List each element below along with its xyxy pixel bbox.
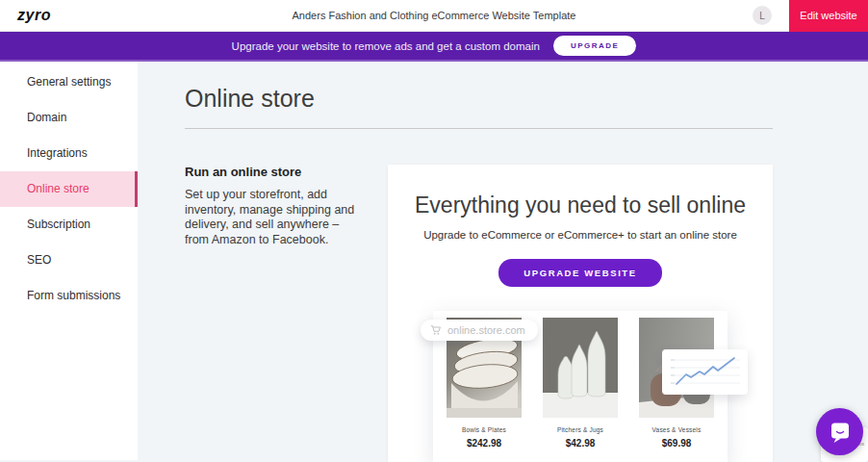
product-pitchers: Pitchers & Jugs $42.98 (535, 318, 625, 449)
account-avatar[interactable]: L (753, 6, 772, 25)
site-title: Anders Fashion and Clothing eCommerce We… (0, 10, 868, 21)
product-price: $69.98 (631, 438, 722, 449)
product-name: Bowls & Plates (439, 426, 529, 433)
sidebar-item-integrations[interactable]: Integrations (0, 136, 138, 171)
product-price: $242.98 (439, 438, 529, 449)
product-name: Vases & Vessels (631, 426, 722, 433)
intro-description: Set up your storefront, add inventory, m… (185, 188, 363, 247)
zyro-logo[interactable]: zyro (17, 7, 51, 24)
product-price: $42.98 (535, 438, 625, 449)
upgrade-banner-text: Upgrade your website to remove ads and g… (232, 40, 540, 52)
page-title: Online store (185, 85, 868, 113)
title-divider (185, 128, 773, 129)
upsell-heading: Everything you need to sell online (388, 192, 773, 218)
sidebar-item-seo[interactable]: SEO (0, 243, 138, 278)
upgrade-banner-button[interactable]: UPGRADE (553, 36, 637, 56)
cart-icon (430, 324, 442, 336)
sales-chart-card (662, 349, 748, 395)
topbar: zyro Anders Fashion and Clothing eCommer… (0, 0, 868, 32)
edit-website-button[interactable]: Edit website (789, 0, 868, 32)
product-name: Pitchers & Jugs (535, 426, 625, 433)
store-url-pill: online.store.com (421, 320, 538, 341)
intro-text-block: Run an online store Set up your storefro… (185, 165, 363, 462)
topbar-right: L Edit website (753, 0, 868, 31)
chat-button[interactable] (816, 408, 863, 455)
intro-heading: Run an online store (185, 165, 363, 179)
sidebar-item-online-store[interactable]: Online store (0, 171, 138, 207)
chat-bubble-icon (828, 420, 853, 445)
sidebar-item-form-submissions[interactable]: Form submissions (0, 278, 138, 314)
upsell-subheading: Upgrade to eCommerce or eCommerce+ to st… (388, 229, 773, 241)
store-url-text: online.store.com (447, 324, 525, 336)
sidebar-item-domain[interactable]: Domain (0, 100, 138, 136)
pitchers-photo (543, 318, 618, 418)
upgrade-website-button[interactable]: UPGRADE WEBSITE (498, 259, 661, 287)
sidebar-item-general-settings[interactable]: General settings (0, 64, 138, 100)
sidebar-item-subscription[interactable]: Subscription (0, 207, 138, 243)
upsell-card: Everything you need to sell online Upgra… (388, 165, 773, 462)
main-content: Online store Run an online store Set up … (138, 62, 868, 460)
settings-sidebar: General settings Domain Integrations Onl… (0, 62, 138, 460)
upgrade-banner: Upgrade your website to remove ads and g… (0, 32, 868, 62)
sales-sparkline (662, 349, 748, 395)
